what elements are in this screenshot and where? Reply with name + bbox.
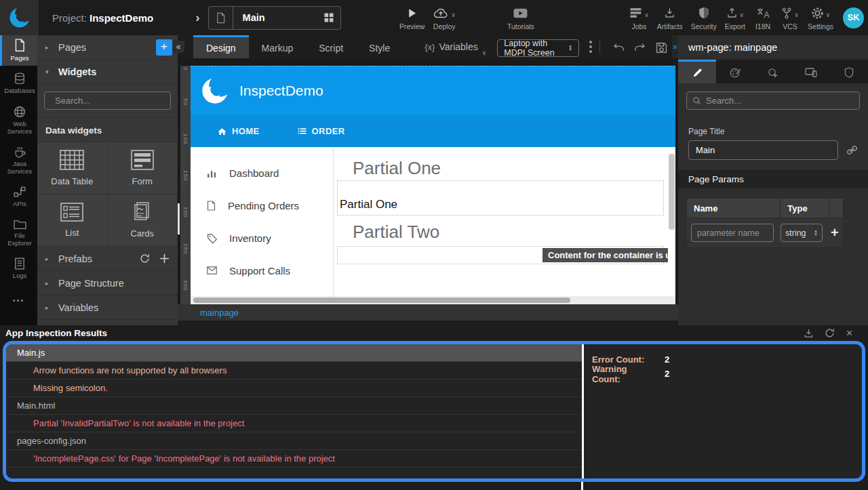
canvas-vertical-scrollbar[interactable] [669, 154, 675, 230]
param-type-select[interactable]: string ▲▼ [781, 224, 823, 242]
save-button[interactable] [656, 42, 667, 54]
inspection-file-row[interactable]: Main.html [6, 397, 582, 415]
page-structure-section-header[interactable]: ▸ Page Structure [37, 271, 178, 295]
variables-section-header[interactable]: ▸ Variables [37, 295, 178, 320]
app-content: Partial One Partial One Partial Two Cont… [334, 147, 668, 296]
nav-item-home[interactable]: HOME [218, 126, 260, 136]
gear-icon [811, 7, 824, 20]
hscroll-thumb[interactable] [193, 298, 570, 303]
preview-button[interactable]: Preview [395, 0, 429, 35]
grid-menu-icon[interactable] [324, 13, 334, 22]
menu-item-inventory[interactable]: Inventory [191, 222, 333, 254]
app-header[interactable]: InspectDemo [191, 66, 675, 115]
export-button[interactable]: ∨ Export [721, 0, 749, 35]
inspection-warning-row[interactable]: Missing semicolon. [6, 380, 582, 397]
breadcrumb-mainpage-link[interactable]: mainpage [200, 308, 239, 318]
widget-search-input[interactable] [55, 96, 174, 106]
log-file-icon [14, 258, 25, 270]
sidebar-item-apis[interactable]: APIs [0, 182, 37, 212]
properties-panel: wm-page: mainpage [678, 35, 868, 325]
widgets-section-header[interactable]: ▾ Widgets [37, 60, 178, 84]
refresh-icon[interactable] [140, 253, 150, 264]
jobs-button[interactable]: ∨ Jobs [625, 0, 653, 35]
inspection-warning-row[interactable]: Arrow functions are not supported by all… [6, 362, 582, 380]
pointer-click-icon [768, 68, 779, 78]
divider [599, 40, 600, 54]
undo-button[interactable] [612, 43, 625, 53]
widget-search[interactable] [44, 91, 171, 110]
menu-item-pending-orders[interactable]: Pending Orders [191, 189, 333, 222]
widget-tile-cards[interactable]: Cards [108, 195, 178, 247]
sidebar-item-java-services[interactable]: Java Services [0, 142, 37, 179]
tab-devices[interactable] [792, 60, 830, 83]
variables-dropdown[interactable]: {x} Variables ∨ [425, 35, 486, 58]
user-avatar[interactable]: SK [843, 7, 864, 28]
tab-markup[interactable]: Markup [249, 35, 307, 58]
panel-splitter[interactable] [581, 482, 583, 490]
close-panel-icon[interactable]: ✕ [846, 328, 853, 338]
redo-button[interactable] [634, 43, 646, 53]
tab-events[interactable] [754, 60, 792, 83]
add-prefab-icon[interactable] [159, 253, 170, 264]
tab-design[interactable]: Design [193, 35, 249, 58]
form-icon [131, 150, 154, 170]
tab-style[interactable]: Style [356, 35, 403, 58]
sidebar-item-web-services[interactable]: Web Services [0, 102, 37, 139]
shield-outline-icon [844, 67, 854, 78]
deploy-button[interactable]: ∨ Deploy [429, 0, 460, 35]
bind-link-icon[interactable] [845, 144, 859, 157]
tab-script[interactable]: Script [306, 35, 356, 58]
sidebar-item-logs[interactable]: Logs [0, 253, 37, 283]
param-entry-row: string ▲▼ + [686, 218, 844, 248]
pages-section-header[interactable]: ▸ Pages + [37, 35, 178, 60]
warning-count-value: 2 [665, 369, 669, 379]
page-file-icon [216, 12, 226, 24]
chevron-right-icon[interactable]: › [195, 10, 199, 25]
sidebar-item-file-explorer[interactable]: File Explorer [0, 216, 37, 251]
sidebar-item-pages[interactable]: Pages [0, 35, 37, 66]
panel-resize-handle[interactable] [178, 203, 180, 234]
add-page-button[interactable]: + [156, 39, 172, 56]
more-menu-button[interactable] [589, 41, 592, 53]
tab-properties[interactable] [678, 60, 716, 83]
tab-security[interactable] [830, 60, 868, 83]
expand-right-panel-button[interactable]: » [672, 35, 678, 58]
inspection-error-row[interactable]: 'IncompletePage.css' for Page 'Incomplet… [6, 450, 582, 468]
tab-styles[interactable] [716, 60, 754, 83]
download-results-icon[interactable] [804, 328, 814, 338]
vcs-button[interactable]: ∨ VCS [776, 0, 804, 35]
prefabs-section-header[interactable]: ▸ Prefabs [37, 247, 178, 271]
inspection-file-row[interactable]: Main.js [6, 344, 582, 362]
partial-one-container[interactable]: Partial One [337, 180, 664, 216]
page-title-input[interactable] [688, 140, 838, 160]
menu-item-dashboard[interactable]: Dashboard [191, 157, 333, 189]
sidebar-item-databases[interactable]: Databases [0, 69, 37, 99]
i18n-button[interactable]: A I18N [749, 0, 776, 35]
refresh-results-icon[interactable] [825, 328, 835, 338]
tri-right-icon: ▸ [45, 256, 51, 262]
widget-tile-list[interactable]: List [37, 195, 108, 247]
add-param-button[interactable]: + [831, 225, 839, 241]
device-selector[interactable]: Laptop with MDPI Screen ▲▼ [497, 39, 579, 57]
inspection-error-row[interactable]: Partial 'InvalidPartialTwo' is not avail… [6, 415, 582, 432]
more-options-button[interactable]: ••• [0, 296, 37, 304]
inspection-file-row[interactable]: pages-config.json [6, 432, 582, 450]
param-name-input[interactable] [691, 224, 774, 242]
nav-item-order[interactable]: ORDER [298, 126, 345, 136]
security-button[interactable]: Security [687, 0, 721, 35]
tutorials-button[interactable]: Tutorials [503, 0, 538, 35]
design-canvas[interactable]: InspectDemo HOME ORDER [191, 66, 675, 296]
container-tooltip: Content for the container is una [542, 248, 668, 262]
collapse-left-panel-button[interactable]: « [172, 41, 184, 53]
properties-search-input[interactable] [706, 96, 854, 106]
settings-button[interactable]: ∨ Settings [804, 0, 837, 35]
widget-tile-form[interactable]: Form [108, 142, 178, 195]
open-page-tab[interactable]: Main [208, 6, 341, 30]
widget-tile-data-table[interactable]: Data Table [37, 142, 108, 195]
artifacts-button[interactable]: Artifacts [653, 0, 687, 35]
upload-icon [726, 7, 738, 18]
wavemaker-logo[interactable] [0, 0, 39, 35]
properties-search[interactable] [686, 91, 860, 110]
menu-item-support-calls[interactable]: Support Calls [191, 254, 333, 287]
list-icon [60, 203, 83, 222]
